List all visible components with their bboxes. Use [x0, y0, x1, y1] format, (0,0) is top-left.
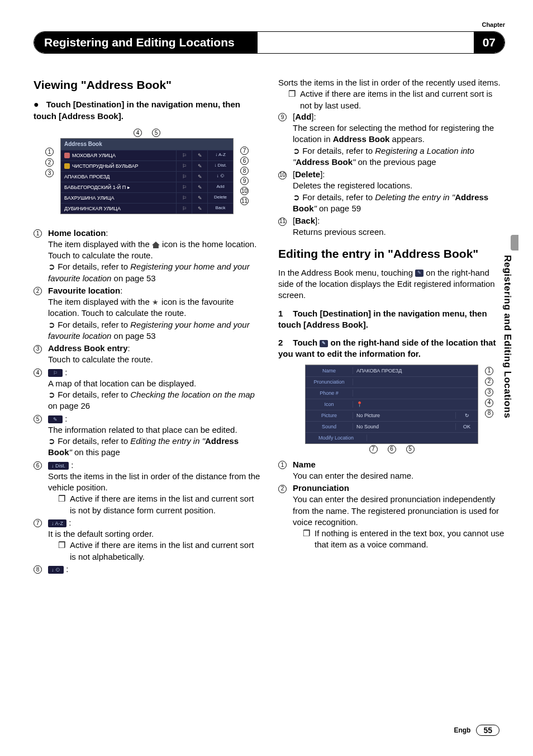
definition-delete: 10 [Delete]: Deletes the registered loca… — [278, 169, 505, 214]
edit-icon[interactable]: ✎ — [192, 161, 207, 171]
definition-back: 11 [Back]: Returns previous screen. — [278, 215, 505, 238]
add-button[interactable]: Add — [207, 182, 233, 192]
callout-11: 11 — [240, 197, 249, 205]
map-icon[interactable]: ⚐ — [176, 161, 192, 171]
tab-marker — [511, 235, 518, 251]
callout-2: 2 — [45, 158, 54, 167]
edit-row-pronunciation[interactable]: Pronunciation — [306, 376, 478, 388]
map-icon-button: ⚐ — [48, 369, 63, 377]
editing-intro: In the Address Book menu, touching ✎ on … — [278, 267, 505, 301]
callout-10: 10 — [240, 187, 249, 195]
list-item[interactable]: МОХОВАЯ УЛИЦА⚐✎↓ A-Z — [61, 150, 233, 160]
callout-4: 4 — [134, 129, 142, 137]
list-item[interactable]: ДУБИНИНСКАЯ УЛИЦА⚐✎Back — [61, 203, 233, 214]
definition-add: 9 [Add]: The screen for selecting the me… — [278, 111, 505, 168]
definition-edit-icon: 5 ✎ : The information related to that pl… — [34, 413, 260, 459]
definition-edit-pronunciation: 2 Pronunciation You can enter the desire… — [278, 483, 505, 551]
side-tab-text: Registering and Editing Locations — [502, 255, 513, 418]
edit-icon[interactable]: ✎ — [192, 193, 207, 203]
edit-row-picture[interactable]: PictureNo Picture↻ — [306, 410, 478, 421]
definition-sort-recent: 8 ↓ ⏲ : — [34, 564, 260, 575]
callout-5: 5 — [152, 129, 160, 137]
definition-address-book-entry: 3 Address Book entry: Touch to calculate… — [34, 343, 260, 366]
section-heading-viewing: Viewing "Address Book" — [34, 77, 260, 93]
step-1: 1 Touch [Destination] in the navigation … — [278, 308, 505, 331]
edit-icon[interactable]: ✎ — [192, 150, 207, 160]
callout-9: 9 — [240, 177, 249, 185]
callout-7: 7 — [240, 147, 249, 155]
refresh-icon[interactable]: ↻ — [455, 412, 478, 419]
map-icon[interactable]: ⚐ — [176, 150, 192, 160]
edit-icon[interactable]: ✎ — [192, 182, 207, 192]
section-heading-editing: Editing the entry in "Address Book" — [278, 246, 505, 262]
map-icon[interactable]: ⚐ — [176, 172, 192, 182]
address-book-screen: Address Book МОХОВАЯ УЛИЦА⚐✎↓ A-Z ЧИСТОП… — [60, 138, 234, 214]
page-footer: Engb 55 — [454, 725, 499, 736]
back-button[interactable]: Back — [207, 204, 233, 214]
map-icon[interactable]: ⚐ — [176, 182, 192, 192]
sort-dist-button: ↓ Dist. — [48, 462, 69, 470]
footer-language: Engb — [454, 726, 470, 734]
map-icon[interactable]: ⚐ — [176, 204, 192, 214]
list-item[interactable]: БАХРУШИНА УЛИЦА⚐✎Delete — [61, 192, 233, 203]
home-icon — [152, 242, 160, 248]
edit-row-name[interactable]: NameАПАКОВА ПРОЕЗД — [306, 365, 478, 376]
lead-instruction: Touch [Destination] in the navigation me… — [34, 100, 240, 121]
edit-screen: NameАПАКОВА ПРОЕЗД Pronunciation Phone #… — [305, 365, 478, 444]
sort-recent-button: ↓ ⏲ — [48, 566, 64, 574]
edit-icon: ✎ — [415, 270, 423, 277]
sort-az-button: ↓ A-Z — [48, 519, 66, 527]
definition-sort-distance: 6 ↓ Dist. : Sorts the items in the list … — [34, 460, 260, 516]
definition-map-icon: 4 ⚐ : A map of that location can be disp… — [34, 367, 260, 412]
edit-info-figure: 1 2 3 4 8 NameАПАКОВА ПРОЕЗД Pronunciati… — [297, 365, 487, 453]
definition-favourite-location: 2 Favourite location: The item displayed… — [34, 285, 260, 342]
delete-button[interactable]: Delete — [207, 193, 233, 203]
edit-row-icon[interactable]: Icon📍 — [306, 399, 478, 410]
definition-sort-az: 7 ↓ A-Z : It is the default sorting orde… — [34, 517, 260, 563]
edit-icon: ✎ — [320, 340, 328, 347]
edit-icon[interactable]: ✎ — [192, 204, 207, 214]
chapter-label: Chapter — [34, 21, 505, 28]
edit-row-sound[interactable]: SoundNo SoundOK — [306, 421, 478, 432]
callout-1: 1 — [45, 148, 54, 156]
definition-home-location: 1 Home location: The item displayed with… — [34, 228, 260, 284]
list-item[interactable]: БАБЬЕГОРОДСКИЙ 1-Й П ▸⚐✎Add — [61, 182, 233, 192]
callout-8: 8 — [240, 167, 249, 175]
map-icon[interactable]: ⚐ — [176, 193, 192, 203]
home-icon — [64, 153, 70, 158]
bullet-icon: ● — [34, 100, 44, 109]
star-icon — [64, 163, 70, 169]
edit-row-phone[interactable]: Phone # — [306, 388, 478, 399]
edit-icon-button: ✎ — [48, 415, 63, 423]
left-column: Viewing "Address Book" ● Touch [Destinat… — [34, 77, 260, 576]
side-tab: Registering and Editing Locations — [502, 235, 518, 503]
page-header: Registering and Editing Locations 07 — [34, 31, 505, 54]
edit-icon[interactable]: ✎ — [192, 172, 207, 182]
sort-az-button[interactable]: ↓ A-Z — [207, 150, 233, 160]
star-icon — [152, 299, 159, 306]
definition-edit-name: 1 Name You can enter the desired name. — [278, 459, 505, 482]
sort-recent-button[interactable]: ↓ ⏲ — [207, 172, 233, 182]
callout-6: 6 — [240, 157, 249, 165]
header-title: Registering and Editing Locations — [34, 32, 258, 53]
callout-3: 3 — [45, 169, 54, 177]
step-2: 2 Touch ✎ on the right-hand side of the … — [278, 337, 505, 360]
list-item[interactable]: АПАКОВА ПРОЕЗД⚐✎↓ ⏲ — [61, 171, 233, 182]
screen-title: Address Book — [61, 139, 233, 150]
sort-dist-button[interactable]: ↓ Dist. — [207, 161, 233, 171]
address-book-figure: 4 5 1 2 3 7 6 8 9 10 11 Address Book МОХ… — [52, 129, 242, 214]
ok-button[interactable]: OK — [455, 423, 478, 430]
list-item[interactable]: ЧИСТОПРУДНЫЙ БУЛЬВАР⚐✎↓ Dist. — [61, 160, 233, 171]
edit-row-modify-location[interactable]: Modify Location — [306, 432, 478, 443]
continued-text: Sorts the items in the list in order of … — [278, 77, 505, 88]
page-number: 55 — [476, 725, 499, 736]
right-column: Sorts the items in the list in order of … — [278, 77, 505, 576]
chapter-number: 07 — [474, 32, 505, 53]
